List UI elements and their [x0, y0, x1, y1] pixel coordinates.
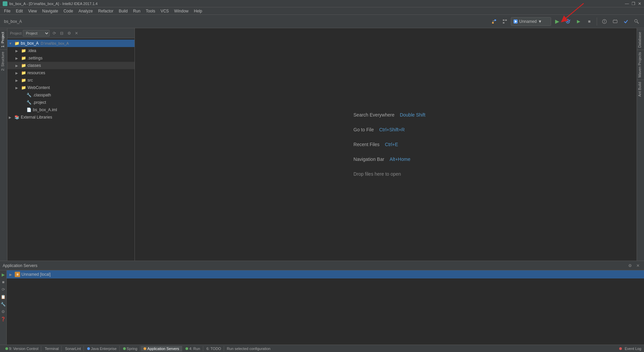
database-panel-tab[interactable]: Database — [637, 30, 644, 50]
menu-view[interactable]: View — [25, 8, 40, 14]
status-message: Run selected configuration — [227, 347, 616, 351]
tree-item-external-libraries[interactable]: ▶ 📚 External Libraries — [7, 114, 135, 121]
status-tab-terminal[interactable]: Terminal — [42, 346, 62, 351]
status-tabs: 9: Version Control Terminal SonarLint Ja… — [3, 346, 224, 351]
status-tab-spring[interactable]: Spring — [120, 346, 141, 351]
server-item-unnamed[interactable]: ▶ 🖥 Unnamed [local] — [7, 270, 644, 278]
terminal-label: Terminal — [45, 347, 59, 351]
app-icon — [3, 1, 7, 6]
tree-item-project-file[interactable]: 🔧 .project — [7, 99, 135, 106]
navigation-bar-action: Navigation Bar — [354, 157, 384, 162]
right-strip: Database Maven Projects Ant Build — [637, 28, 644, 261]
webcontent-label: WebContent — [28, 85, 50, 90]
status-tab-java-enterprise[interactable]: Java Enterprise — [85, 346, 119, 351]
rebuild-button[interactable] — [500, 17, 509, 26]
server-settings-button[interactable]: ⚙ — [0, 309, 6, 315]
hide-panel-button[interactable]: ✕ — [73, 30, 80, 37]
ant-build-tab[interactable]: Ant Build — [637, 80, 644, 99]
deploy-button[interactable]: 📋 — [0, 294, 6, 300]
svg-rect-6 — [505, 19, 507, 21]
go-to-file-shortcut: Ctrl+Shift+R — [379, 127, 405, 132]
app-servers-label: Application Servers — [147, 347, 179, 351]
menu-vcs[interactable]: VCS — [158, 8, 172, 14]
expand-arrow: ▶ — [15, 71, 21, 75]
drop-files-text: Drop files here to open — [354, 171, 401, 177]
toolbar-btn-2[interactable] — [610, 17, 620, 26]
minimize-btn[interactable]: — — [625, 1, 629, 6]
tree-item-idea[interactable]: ▶ 📁 .idea — [7, 47, 135, 54]
menu-refactor[interactable]: Refactor — [96, 8, 116, 14]
svg-line-22 — [637, 22, 639, 24]
stop-button[interactable]: ■ — [585, 17, 594, 26]
window-title: bs_box_A - [D:\mal\bs_box_A] - IntelliJ … — [9, 2, 98, 6]
recent-files-shortcut: Ctrl+E — [385, 142, 398, 147]
expand-arrow: ▶ — [15, 86, 21, 90]
maven-projects-tab[interactable]: Maven Projects — [637, 50, 644, 80]
server-help-button[interactable]: ❓ — [0, 316, 6, 322]
main-layout: 1: Project 2: Structure Project Project … — [0, 28, 644, 261]
toolbar: bs_box_A Unnamed ▼ ▶ ▶ — [0, 15, 644, 28]
toolbar-btn-1[interactable] — [600, 17, 609, 26]
bottom-close-button[interactable]: ✕ — [635, 262, 641, 269]
sonarlint-label: SonarLint — [65, 347, 81, 351]
tree-item-webcontent[interactable]: ▶ 📁 WebContent — [7, 84, 135, 91]
tree-item-classpath[interactable]: 🔧 .classpath — [7, 91, 135, 99]
classpath-label: .classpath — [33, 93, 51, 97]
menu-help[interactable]: Help — [191, 8, 205, 14]
collapse-all-button[interactable]: ⊟ — [58, 30, 65, 37]
menu-edit[interactable]: Edit — [13, 8, 25, 14]
start-server-button[interactable]: ▶ — [0, 272, 6, 278]
run-button[interactable]: ▶ — [552, 17, 562, 26]
event-log-label[interactable]: Event Log — [625, 347, 641, 351]
structure-panel-tab[interactable]: 2: Structure — [0, 49, 7, 73]
gear-button[interactable]: ⚙ — [66, 30, 72, 37]
project-header: Project Project Packages Scope ⟳ ⊟ ⚙ ✕ — [7, 28, 135, 38]
menu-build[interactable]: Build — [116, 8, 130, 14]
src-folder-icon: 📁 — [21, 78, 26, 83]
sync-button[interactable]: ⟳ — [51, 30, 58, 37]
toolbar-btn-4[interactable] — [632, 17, 641, 26]
bottom-settings-button[interactable]: ⚙ — [627, 262, 633, 269]
tree-item-src[interactable]: ▶ 📁 src — [7, 77, 135, 84]
tree-item-classes[interactable]: ▶ 📁 classes — [7, 62, 135, 69]
tree-item-project-root[interactable]: ▼ 📁 bs_box_A D:\mal\bs_box_A — [7, 40, 135, 47]
status-tab-sonarlint[interactable]: SonarLint — [62, 346, 84, 351]
run-config-dropdown[interactable]: Unnamed ▼ — [511, 17, 551, 26]
svg-rect-18 — [613, 20, 617, 23]
expand-arrow: ▶ — [15, 56, 21, 60]
status-tab-version-control[interactable]: 9: Version Control — [3, 346, 41, 351]
stop-server-button[interactable]: ■ — [0, 279, 6, 285]
toolbar-btn-3[interactable] — [621, 17, 631, 26]
svg-line-13 — [570, 20, 570, 20]
tree-item-settings[interactable]: ▶ 📁 .settings — [7, 54, 135, 62]
classpath-file-icon: 🔧 — [26, 93, 32, 97]
menu-code[interactable]: Code — [61, 8, 76, 14]
src-label: src — [28, 78, 33, 83]
project-panel-tab[interactable]: 1: Project — [0, 30, 7, 49]
menu-window[interactable]: Window — [171, 8, 191, 14]
idea-folder-icon: 📁 — [21, 48, 26, 53]
build-project-button[interactable] — [489, 17, 499, 26]
maximize-btn[interactable]: ❐ — [632, 1, 635, 6]
run-coverage-button[interactable]: ▶ — [574, 17, 583, 26]
search-everywhere-action: Search Everywhere — [354, 112, 394, 118]
tree-item-resources[interactable]: ▶ 📁 resources — [7, 69, 135, 77]
status-tab-application-servers[interactable]: Application Servers — [141, 346, 182, 351]
menu-file[interactable]: File — [1, 8, 13, 14]
debug-button[interactable] — [563, 17, 573, 26]
editor-area: Search Everywhere Double Shift Go to Fil… — [135, 28, 644, 261]
undeploy-button[interactable]: 🔧 — [0, 301, 6, 307]
menu-navigate[interactable]: Navigate — [40, 8, 61, 14]
restart-server-button[interactable]: ⟳ — [0, 287, 6, 293]
tree-item-iml[interactable]: 📄 bs_box_A.iml — [7, 106, 135, 114]
project-view-dropdown[interactable]: Project Packages Scope — [23, 30, 50, 37]
close-btn[interactable]: ✕ — [638, 1, 641, 6]
status-bar: 9: Version Control Terminal SonarLint Ja… — [0, 345, 644, 352]
project-root-label: bs_box_A — [21, 41, 39, 46]
resources-folder-icon: 📁 — [21, 71, 26, 75]
menu-analyze[interactable]: Analyze — [76, 8, 96, 14]
status-tab-run[interactable]: 4: Run — [183, 346, 203, 351]
menu-tools[interactable]: Tools — [143, 8, 158, 14]
menu-run[interactable]: Run — [130, 8, 143, 14]
status-tab-todo[interactable]: 6: TODO — [204, 346, 224, 351]
